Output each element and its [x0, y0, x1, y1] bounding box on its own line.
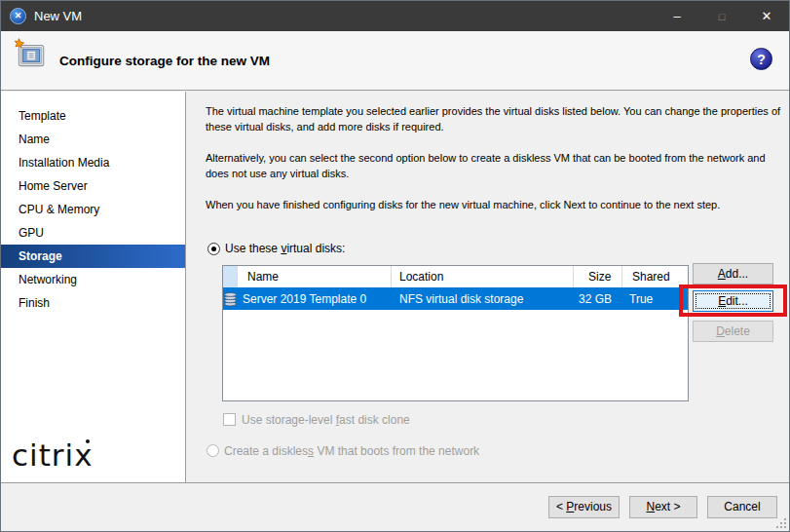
sidebar-item-cpu-memory[interactable]: CPU & Memory — [1, 198, 185, 221]
table-row[interactable]: Server 2019 Template 0 NFS virtual disk … — [223, 287, 688, 310]
wizard-steps-sidebar: Template Name Installation Media Home Se… — [1, 92, 186, 484]
intro-paragraph-1: The virtual machine template you selecte… — [206, 103, 782, 134]
next-button[interactable]: Next > — [629, 496, 697, 518]
use-virtual-disks-label: Use these virtual disks: — [225, 242, 345, 255]
new-vm-wizard-icon — [13, 37, 48, 76]
titlebar: ✕ New VM – □ ✕ — [1, 1, 789, 31]
xencenter-app-icon[interactable]: ✕ — [10, 8, 26, 24]
disk-location-cell: NFS virtual disk storage — [392, 287, 574, 310]
add-button[interactable]: Add... — [693, 263, 773, 285]
sidebar-item-template[interactable]: Template — [1, 104, 185, 128]
close-button[interactable]: ✕ — [744, 1, 789, 31]
sidebar-item-home-server[interactable]: Home Server — [1, 174, 185, 198]
diskless-vm-label: Create a diskless VM that boots from the… — [224, 444, 479, 458]
wizard-header: Configure storage for the new VM ? — [1, 31, 789, 91]
maximize-button: □ — [699, 1, 744, 31]
use-virtual-disks-radio[interactable] — [207, 243, 220, 255]
sidebar-item-gpu[interactable]: GPU — [1, 221, 185, 245]
help-icon[interactable]: ? — [750, 48, 772, 70]
xencenter-x-glyph: ✕ — [15, 12, 22, 20]
location-column-header[interactable]: Location — [392, 266, 574, 287]
disk-stack-icon — [223, 287, 238, 310]
fast-clone-checkbox — [223, 413, 236, 426]
wizard-footer: < Previous Next > Cancel — [1, 482, 789, 531]
diskless-vm-radio — [207, 444, 219, 457]
sidebar-item-name[interactable]: Name — [1, 128, 185, 151]
window-title: New VM — [34, 9, 655, 23]
sidebar-item-finish[interactable]: Finish — [1, 291, 185, 315]
minimize-button[interactable]: – — [655, 1, 699, 31]
page-title: Configure storage for the new VM — [59, 54, 270, 68]
new-vm-wizard-window: ✕ New VM – □ ✕ Configure storage for the… — [0, 0, 790, 532]
resize-grip[interactable] — [774, 516, 786, 528]
virtual-disks-table: Name Location Size Shared Se — [222, 265, 689, 401]
edit-button[interactable]: Edit... — [693, 290, 773, 312]
sidebar-item-installation-media[interactable]: Installation Media — [1, 151, 185, 174]
shared-column-header[interactable]: Shared — [622, 266, 688, 287]
delete-button: Delete — [693, 321, 773, 342]
storage-step-content: The virtual machine template you selecte… — [187, 92, 790, 484]
disk-name-cell: Server 2019 Template 0 — [238, 287, 392, 310]
intro-paragraph-2: Alternatively, you can select the second… — [206, 150, 782, 181]
sidebar-item-networking[interactable]: Networking — [1, 268, 185, 291]
window-controls: – □ ✕ — [655, 1, 789, 31]
disk-size-cell: 32 GB — [574, 287, 622, 310]
size-column-header[interactable]: Size — [574, 266, 622, 287]
cancel-button[interactable]: Cancel — [707, 496, 777, 518]
disk-shared-cell: True — [622, 287, 688, 310]
name-column-header[interactable]: Name — [238, 266, 392, 287]
fast-clone-label: Use storage-level fast disk clone — [242, 413, 410, 427]
sidebar-item-storage[interactable]: Storage — [1, 245, 185, 268]
previous-button[interactable]: < Previous — [548, 496, 620, 518]
citrix-logo: citrix — [12, 437, 94, 473]
table-header-row: Name Location Size Shared — [223, 266, 688, 287]
icon-column-header[interactable] — [223, 266, 238, 287]
intro-paragraph-3: When you have finished configuring disks… — [206, 197, 782, 212]
